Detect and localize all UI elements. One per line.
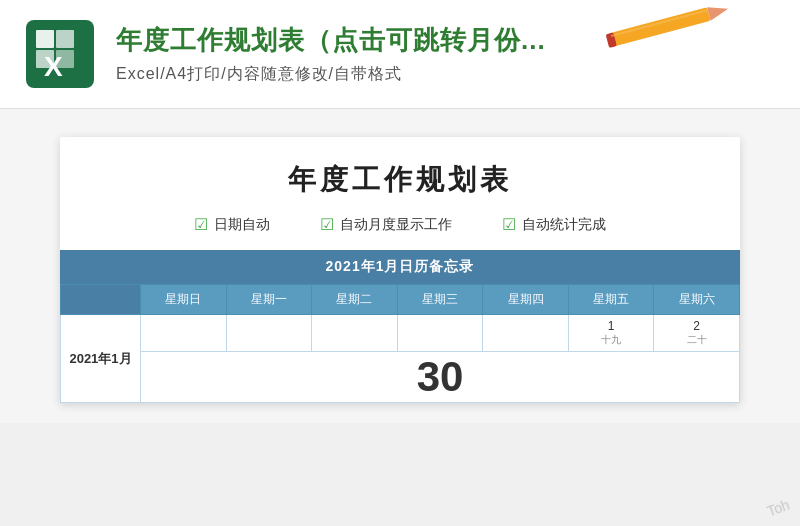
col-header-fri: 星期五 (568, 285, 654, 315)
empty-cell-3 (312, 315, 398, 352)
col-header-sat: 星期六 (654, 285, 740, 315)
table-row-2: 30 (61, 352, 740, 403)
col-header-thu: 星期四 (483, 285, 569, 315)
features-row: ☑ 日期自动 ☑ 自动月度显示工作 ☑ 自动统计完成 (60, 215, 740, 250)
checkbox-date-icon: ☑ (194, 215, 208, 234)
col-header-sun: 星期日 (141, 285, 227, 315)
col-header-tue: 星期二 (312, 285, 398, 315)
top-banner: X 年度工作规划表（点击可跳转月份... Excel/A4打印/内容随意修改/自… (0, 0, 800, 109)
col-header-mon: 星期一 (226, 285, 312, 315)
excel-icon: X (24, 18, 96, 90)
calendar-header: 2021年1月日历备忘录 (60, 250, 740, 284)
svg-text:X: X (44, 51, 63, 82)
watermark: Toh (765, 497, 792, 520)
big-date-cell: 30 (141, 352, 740, 403)
banner-title: 年度工作规划表（点击可跳转月份... (116, 23, 546, 58)
big-date-number: 30 (417, 356, 464, 398)
col-header-wed: 星期三 (397, 285, 483, 315)
feature-month-label: 自动月度显示工作 (340, 216, 452, 234)
calendar-section: 2021年1月日历备忘录 星期日 星期一 星期二 星期三 星期四 星期五 星期六 (60, 250, 740, 403)
checkbox-stats-icon: ☑ (502, 215, 516, 234)
svg-rect-1 (36, 30, 54, 48)
calendar-table: 星期日 星期一 星期二 星期三 星期四 星期五 星期六 2021年1月 (60, 284, 740, 403)
date-cell-1: 1 十九 (568, 315, 654, 352)
col-header-month (61, 285, 141, 315)
date-cell-2: 2 二十 (654, 315, 740, 352)
feature-date-label: 日期自动 (214, 216, 270, 234)
doc-title: 年度工作规划表 (60, 137, 740, 215)
doc-container: 年度工作规划表 ☑ 日期自动 ☑ 自动月度显示工作 ☑ 自动统计完成 2021年… (60, 137, 740, 403)
feature-auto-month: ☑ 自动月度显示工作 (320, 215, 452, 234)
pencil-decoration (598, 0, 722, 55)
banner-text: 年度工作规划表（点击可跳转月份... Excel/A4打印/内容随意修改/自带格… (116, 23, 546, 85)
banner-subtitle: Excel/A4打印/内容随意修改/自带格式 (116, 64, 546, 85)
empty-cell-5 (483, 315, 569, 352)
empty-cell-4 (397, 315, 483, 352)
empty-cell-1 (141, 315, 227, 352)
month-label-cell: 2021年1月 (61, 315, 141, 403)
feature-stats-label: 自动统计完成 (522, 216, 606, 234)
checkbox-month-icon: ☑ (320, 215, 334, 234)
feature-auto-date: ☑ 日期自动 (194, 215, 270, 234)
empty-cell-2 (226, 315, 312, 352)
feature-auto-stats: ☑ 自动统计完成 (502, 215, 606, 234)
table-row: 2021年1月 1 十九 2 二十 (61, 315, 740, 352)
svg-marker-7 (707, 2, 730, 21)
main-content: 年度工作规划表 ☑ 日期自动 ☑ 自动月度显示工作 ☑ 自动统计完成 2021年… (0, 109, 800, 423)
svg-rect-2 (56, 30, 74, 48)
